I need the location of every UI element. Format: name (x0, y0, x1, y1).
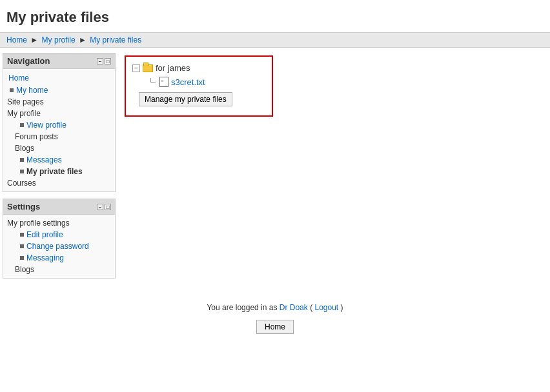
messaging-label: Messaging (26, 253, 64, 262)
sidebar-item-site-pages[interactable]: Site pages (5, 96, 114, 108)
settings-minimize-icon[interactable]: − (97, 204, 103, 210)
bullet-icon (20, 170, 24, 173)
sidebar-item-settings-blogs[interactable]: Blogs (15, 264, 114, 275)
my-profile-settings-label: My profile settings (7, 219, 70, 228)
settings-config-icon[interactable]: □ (105, 204, 111, 210)
bullet-icon (20, 256, 24, 260)
tree-connector-icon (148, 78, 158, 86)
sidebar-item-my-profile-settings[interactable]: My profile settings (5, 217, 114, 229)
bullet-icon (10, 88, 14, 92)
logout-link[interactable]: Logout (314, 303, 338, 312)
bullet-icon (20, 244, 24, 248)
breadcrumb-sep-2: ► (79, 35, 87, 44)
messages-label: Messages (26, 155, 62, 164)
settings-block-content: My profile settings Edit profile Change … (3, 215, 115, 278)
sidebar-item-messages[interactable]: Messages (15, 154, 114, 166)
block-minimize-icon[interactable]: − (97, 58, 103, 64)
sidebar-item-my-private-files[interactable]: My private files (15, 166, 114, 177)
change-password-label: Change password (26, 242, 89, 251)
logged-in-text: You are logged in as (207, 303, 277, 312)
footer-text: You are logged in as Dr Doak ( Logout ) (6, 303, 544, 312)
manage-files-button[interactable]: Manage my private files (139, 92, 232, 106)
forum-posts-label: Forum posts (15, 132, 58, 141)
navigation-block: Navigation − □ Home My home Site pages (3, 53, 116, 192)
my-home-label: My home (16, 86, 48, 95)
footer-home-button[interactable]: Home (256, 320, 294, 334)
sidebar-item-courses[interactable]: Courses (5, 177, 114, 189)
folder-name: for james (156, 63, 190, 73)
breadcrumb-sep-1: ► (30, 35, 38, 44)
page-title: My private files (0, 0, 550, 32)
breadcrumb-home-link[interactable]: Home (6, 35, 27, 44)
settings-block-header: Settings − □ (3, 199, 115, 215)
bullet-icon (20, 233, 24, 237)
bullet-icon (20, 123, 24, 127)
folder-row: − for james (132, 63, 259, 73)
navigation-block-header: Navigation − □ (3, 54, 115, 69)
blogs-label: Blogs (15, 144, 34, 153)
view-profile-label: View profile (26, 121, 66, 130)
file-tree-box: − for james s3cret.txt Manage my private… (125, 55, 273, 117)
settings-block-label: Settings (7, 202, 40, 211)
folder-icon (143, 64, 153, 72)
settings-block: Settings − □ My profile settings Edit pr… (3, 199, 116, 279)
block-config-icon[interactable]: □ (105, 58, 111, 64)
edit-profile-label: Edit profile (26, 230, 63, 239)
block-controls: − □ (97, 58, 111, 64)
bullet-icon (20, 158, 24, 162)
breadcrumb-profile-link[interactable]: My profile (42, 35, 76, 44)
file-row: s3cret.txt (132, 77, 259, 87)
username-link[interactable]: Dr Doak (280, 303, 308, 312)
file-name-link[interactable]: s3cret.txt (171, 77, 205, 87)
footer: You are logged in as Dr Doak ( Logout ) … (0, 290, 550, 340)
navigation-block-label: Navigation (7, 56, 50, 66)
my-private-files-label: My private files (26, 167, 83, 176)
sidebar-item-view-profile[interactable]: View profile (15, 119, 114, 131)
sidebar-item-blogs[interactable]: Blogs (15, 142, 114, 154)
sidebar: Navigation − □ Home My home Site pages (0, 53, 118, 285)
navigation-block-content: Home My home Site pages My profile (3, 69, 115, 191)
sidebar-item-change-password[interactable]: Change password (15, 240, 114, 252)
sidebar-item-forum-posts[interactable]: Forum posts (15, 131, 114, 142)
file-icon (159, 77, 168, 87)
content-area: − for james s3cret.txt Manage my private… (118, 53, 550, 119)
breadcrumb-current-link[interactable]: My private files (90, 35, 141, 44)
tree-toggle[interactable]: − (132, 64, 140, 72)
main-layout: Navigation − □ Home My home Site pages (0, 48, 550, 290)
my-profile-label: My profile (7, 109, 41, 118)
breadcrumb: Home ► My profile ► My private files (0, 32, 550, 48)
sidebar-item-my-home[interactable]: My home (5, 84, 114, 96)
sidebar-item-edit-profile[interactable]: Edit profile (15, 229, 114, 240)
sidebar-item-messaging[interactable]: Messaging (15, 252, 114, 264)
site-pages-label: Site pages (7, 97, 44, 106)
nav-home[interactable]: Home (5, 72, 114, 84)
settings-block-controls: − □ (97, 204, 111, 210)
courses-label: Courses (7, 179, 36, 188)
settings-blogs-label: Blogs (15, 265, 34, 274)
settings-children: Edit profile Change password Messaging B… (5, 229, 114, 275)
sidebar-item-my-profile[interactable]: My profile (5, 108, 114, 119)
my-profile-children: View profile Forum posts Blogs Messages (5, 119, 114, 177)
